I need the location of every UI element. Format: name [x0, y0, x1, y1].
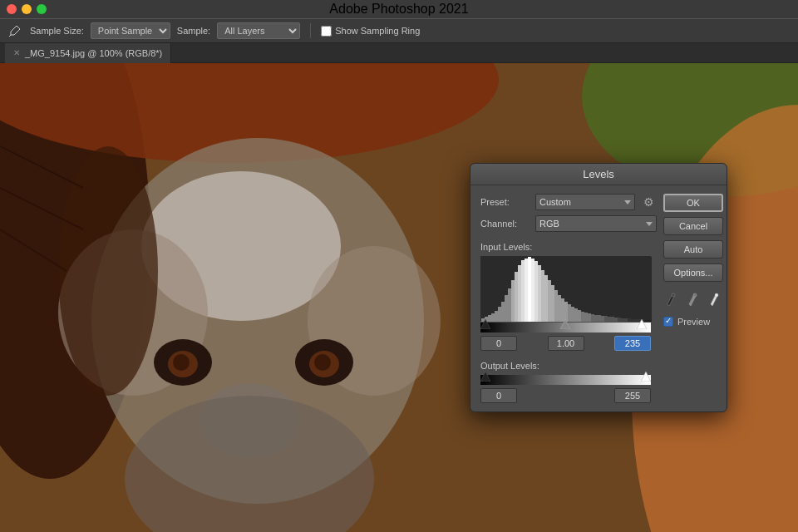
white-point-slider[interactable] — [637, 318, 647, 332]
midtone-slider[interactable] — [560, 318, 570, 332]
show-sampling-ring-checkbox[interactable] — [321, 26, 332, 37]
svg-rect-38 — [531, 259, 534, 322]
svg-rect-61 — [608, 317, 611, 322]
dialog-title: Levels — [583, 168, 614, 180]
svg-rect-51 — [574, 308, 578, 322]
options-button[interactable]: Options... — [663, 264, 723, 282]
traffic-lights — [7, 4, 47, 14]
input-max-field[interactable] — [614, 336, 651, 351]
output-black-slider[interactable] — [480, 370, 490, 385]
gear-button[interactable]: ⚙ — [640, 194, 657, 210]
svg-rect-40 — [538, 265, 541, 322]
svg-rect-31 — [508, 288, 511, 322]
sample-select[interactable]: All Layers — [217, 22, 300, 39]
canvas-area[interactable]: Levels Preset: Custom ⚙ — [0, 63, 798, 532]
svg-rect-35 — [521, 260, 525, 322]
dialog-content: Preset: Custom ⚙ Channel: RGB — [470, 185, 727, 411]
svg-rect-34 — [518, 265, 521, 322]
channel-row: Channel: RGB — [480, 215, 657, 232]
svg-rect-53 — [581, 312, 584, 322]
svg-marker-76 — [637, 319, 647, 329]
sample-label: Sample: — [177, 26, 210, 36]
maximize-button[interactable] — [37, 4, 47, 14]
show-sampling-ring-label[interactable]: Show Sampling Ring — [321, 26, 420, 37]
svg-rect-27 — [495, 311, 498, 322]
svg-rect-68 — [631, 319, 634, 322]
svg-rect-26 — [491, 313, 495, 322]
tab-filename: _MG_9154.jpg @ 100% (RGB/8*) — [25, 48, 162, 58]
sample-size-select[interactable]: Point Sample — [91, 22, 170, 39]
svg-rect-52 — [578, 310, 581, 322]
svg-rect-57 — [594, 315, 598, 322]
preset-select[interactable]: Custom — [535, 194, 635, 210]
toolbar: Sample Size: Point Sample Sample: All La… — [0, 18, 798, 43]
svg-rect-58 — [598, 315, 601, 322]
svg-rect-42 — [544, 275, 548, 322]
preview-row: Preview — [663, 317, 725, 327]
dialog-titlebar: Levels — [470, 164, 727, 185]
svg-rect-44 — [551, 285, 554, 322]
svg-point-79 — [672, 293, 675, 297]
titlebar: Adobe Photoshop 2021 — [0, 0, 798, 18]
output-levels-label-row: Output Levels: — [480, 357, 657, 372]
svg-rect-62 — [611, 317, 614, 322]
histogram-svg — [481, 257, 652, 322]
document-tab[interactable]: ✕ _MG_9154.jpg @ 100% (RGB/8*) — [5, 43, 171, 63]
minimize-button[interactable] — [22, 4, 32, 14]
svg-rect-39 — [534, 261, 538, 322]
svg-rect-56 — [591, 314, 594, 322]
preset-row: Preset: Custom ⚙ — [480, 194, 657, 210]
svg-marker-78 — [641, 372, 651, 382]
black-point-slider[interactable] — [480, 318, 490, 332]
histogram — [480, 256, 651, 321]
svg-line-0 — [9, 35, 11, 37]
gray-eyedropper-button[interactable] — [685, 290, 703, 308]
input-levels-label: Input Levels: — [480, 239, 657, 254]
svg-marker-77 — [480, 372, 490, 382]
close-button[interactable] — [7, 4, 17, 14]
levels-dialog: Levels Preset: Custom ⚙ — [470, 163, 727, 412]
dialog-right-panel: OK Cancel Auto Options... — [657, 194, 725, 403]
eyedropper-tool-icon[interactable] — [7, 22, 23, 39]
svg-rect-36 — [525, 259, 528, 322]
black-eyedropper-button[interactable] — [663, 290, 682, 308]
svg-rect-63 — [614, 318, 618, 322]
close-icon[interactable]: ✕ — [13, 48, 20, 57]
dialog-inner: Preset: Custom ⚙ Channel: RGB — [480, 194, 717, 403]
output-level-values — [480, 388, 651, 403]
toolbar-divider — [310, 23, 311, 38]
preview-label: Preview — [677, 317, 710, 327]
svg-rect-64 — [618, 318, 621, 322]
svg-point-80 — [693, 293, 697, 297]
svg-rect-32 — [511, 280, 515, 322]
dialog-left-panel: Preset: Custom ⚙ Channel: RGB — [480, 194, 657, 403]
ok-button[interactable]: OK — [663, 194, 723, 212]
auto-button[interactable]: Auto — [663, 240, 723, 259]
svg-marker-75 — [560, 319, 570, 329]
svg-rect-28 — [498, 307, 501, 322]
sample-size-label: Sample Size: — [30, 26, 84, 36]
svg-rect-73 — [648, 320, 652, 322]
app-title: Adobe Photoshop 2021 — [329, 2, 468, 17]
input-min-field[interactable] — [480, 336, 517, 351]
input-level-values — [480, 336, 651, 351]
channel-label: Channel: — [480, 219, 530, 229]
output-slider-bar[interactable] — [480, 375, 651, 385]
output-white-slider[interactable] — [641, 370, 651, 385]
svg-rect-55 — [588, 313, 591, 322]
svg-rect-33 — [515, 272, 518, 322]
eyedropper-row — [663, 290, 725, 308]
cancel-button[interactable]: Cancel — [663, 217, 723, 235]
input-mid-field[interactable] — [548, 336, 584, 351]
svg-marker-74 — [480, 319, 490, 329]
channel-select[interactable]: RGB — [535, 215, 657, 232]
preview-checkbox[interactable] — [663, 317, 673, 327]
input-slider-bar[interactable] — [480, 323, 651, 332]
preset-label: Preset: — [480, 197, 530, 207]
svg-rect-50 — [571, 307, 574, 322]
svg-point-81 — [715, 293, 718, 297]
white-eyedropper-button[interactable] — [707, 290, 725, 308]
output-max-field[interactable] — [614, 388, 651, 403]
svg-rect-37 — [528, 257, 531, 322]
output-min-field[interactable] — [480, 388, 517, 403]
